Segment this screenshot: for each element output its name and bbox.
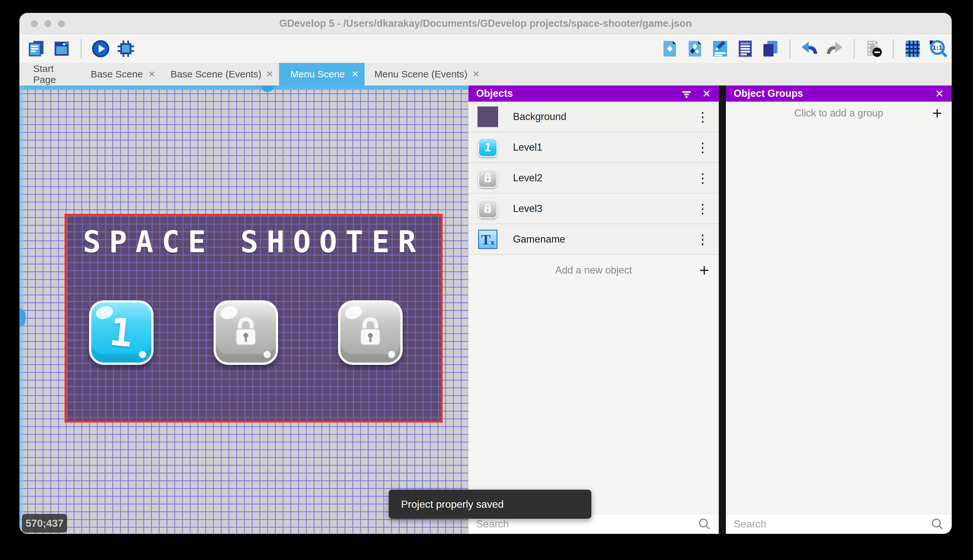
- toolbar-right-group: 1:1: [660, 39, 947, 58]
- zoom-original-icon[interactable]: 1:1: [928, 39, 947, 58]
- add-new-object-button[interactable]: Add a new object +: [468, 255, 719, 285]
- locked-thumbnail: [478, 199, 498, 218]
- add-group-button[interactable]: Click to add a group +: [726, 102, 952, 125]
- search-icon: [930, 517, 945, 531]
- toolbar-left-group: [27, 39, 135, 58]
- vertical-scrollbar-handle[interactable]: [19, 309, 25, 327]
- tab-bar: Start Page Base Scene ✕ Base Scene (Even…: [19, 63, 952, 85]
- toolbar-separator: [81, 39, 82, 58]
- lock-icon: [231, 315, 261, 350]
- toolbar: 1:1: [19, 34, 952, 63]
- object-row-background[interactable]: Background ⋮: [468, 102, 719, 132]
- lock-icon: [355, 315, 385, 350]
- tab-menu-scene-events[interactable]: Menu Scene (Events) ✕: [365, 63, 485, 85]
- properties-icon[interactable]: [711, 39, 730, 58]
- objects-panel-title: Objects: [468, 88, 513, 99]
- toast-message: Project properly saved: [389, 498, 503, 510]
- horizontal-scrollbar[interactable]: [19, 85, 468, 90]
- tab-close-icon[interactable]: ✕: [266, 69, 273, 79]
- panel-separator: [719, 85, 726, 534]
- object-menu-icon[interactable]: ⋮: [696, 140, 709, 155]
- instances-list-icon[interactable]: [736, 39, 755, 58]
- tab-close-icon[interactable]: ✕: [352, 69, 359, 79]
- toolbar-separator: [854, 39, 855, 58]
- svg-text:1:1: 1:1: [932, 44, 943, 51]
- object-menu-icon[interactable]: ⋮: [696, 201, 709, 216]
- object-row-level3[interactable]: Level3 ⋮: [468, 193, 719, 224]
- object-row-level2[interactable]: Level2 ⋮: [468, 163, 719, 193]
- scene-window-icon[interactable]: [52, 39, 71, 58]
- plus-icon: +: [690, 261, 719, 280]
- tab-base-scene[interactable]: Base Scene ✕: [81, 63, 161, 85]
- search-icon: [698, 517, 712, 531]
- scene-canvas[interactable]: SPACE SHOOTER 1 570;437: [19, 85, 468, 534]
- object-groups-panel-header: Object Groups ✕: [726, 85, 952, 102]
- layers-icon[interactable]: [761, 39, 780, 58]
- toolbar-separator: [790, 39, 790, 58]
- tab-base-scene-events[interactable]: Base Scene (Events) ✕: [161, 63, 279, 85]
- object-groups-panel: Object Groups ✕ Click to add a group +: [726, 85, 952, 534]
- tab-close-icon[interactable]: ✕: [472, 69, 480, 79]
- object-row-gamename[interactable]: Tx Gamename ⋮: [468, 224, 719, 255]
- locked-thumbnail: [478, 168, 498, 188]
- objects-search-input[interactable]: [468, 518, 698, 530]
- gdevelop-window: GDevelop 5 - /Users/dkarakay/Documents/G…: [19, 13, 952, 534]
- objects-editor-icon[interactable]: [660, 39, 679, 58]
- background-thumbnail: [478, 107, 498, 127]
- project-manager-icon[interactable]: [27, 39, 46, 58]
- tab-start-page[interactable]: Start Page: [24, 63, 81, 85]
- groups-search-bar: [726, 514, 952, 534]
- object-groups-panel-title: Object Groups: [726, 88, 803, 99]
- scene-window-rect[interactable]: SPACE SHOOTER 1: [65, 214, 443, 423]
- groups-search-input[interactable]: [726, 518, 930, 530]
- tab-menu-scene[interactable]: Menu Scene ✕: [279, 63, 365, 85]
- grid-icon[interactable]: [903, 39, 922, 58]
- title-bar: GDevelop 5 - /Users/dkarakay/Documents/G…: [19, 13, 952, 34]
- objects-panel-header: Objects ✕: [468, 85, 719, 102]
- level1-button-instance[interactable]: 1: [89, 300, 153, 365]
- close-panel-icon[interactable]: ✕: [702, 88, 711, 99]
- object-groups-editor-icon[interactable]: [686, 39, 704, 58]
- close-panel-icon[interactable]: ✕: [935, 88, 944, 99]
- scene-title-instance[interactable]: SPACE SHOOTER: [67, 225, 441, 259]
- level1-thumbnail: 1: [478, 138, 498, 157]
- objects-panel: Objects ✕ Background ⋮ 1 Level1 ⋮ Level2…: [468, 85, 719, 534]
- horizontal-scrollbar-handle[interactable]: [261, 85, 274, 92]
- level2-locked-button-instance[interactable]: [213, 300, 278, 365]
- filter-icon[interactable]: [680, 87, 694, 101]
- cursor-coordinates-badge: 570;437: [22, 514, 67, 533]
- plus-icon: +: [923, 103, 952, 123]
- text-object-thumbnail: Tx: [478, 230, 498, 249]
- vertical-scrollbar[interactable]: [19, 85, 23, 534]
- save-toast: Project properly saved: [389, 490, 591, 519]
- toolbar-separator: [893, 39, 894, 58]
- object-menu-icon[interactable]: ⋮: [696, 171, 709, 185]
- preview-play-icon[interactable]: [91, 39, 110, 58]
- level3-locked-button-instance[interactable]: [338, 300, 403, 365]
- object-menu-icon[interactable]: ⋮: [696, 109, 709, 124]
- redo-icon[interactable]: [825, 39, 844, 58]
- tab-close-icon[interactable]: ✕: [148, 69, 155, 79]
- window-title: GDevelop 5 - /Users/dkarakay/Documents/G…: [19, 13, 952, 34]
- object-row-level1[interactable]: 1 Level1 ⋮: [468, 132, 719, 163]
- undo-icon[interactable]: [800, 39, 819, 58]
- editor-content: SPACE SHOOTER 1 570;437: [19, 85, 952, 534]
- debug-icon[interactable]: [117, 39, 135, 58]
- window-mask-icon[interactable]: [864, 39, 883, 58]
- object-menu-icon[interactable]: ⋮: [696, 232, 709, 247]
